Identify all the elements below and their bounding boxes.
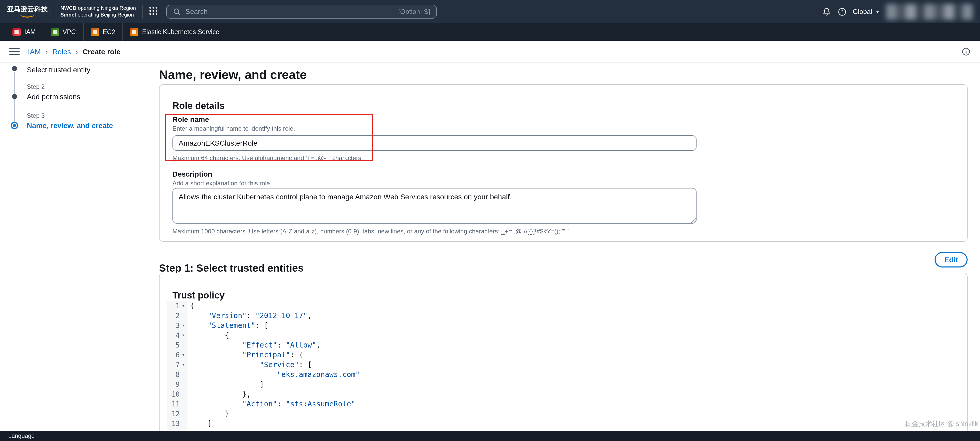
region-selector[interactable]: Global ▼ (853, 8, 880, 16)
description-textarea[interactable]: Allows the cluster Kubernetes control pl… (172, 188, 697, 224)
line-number: 2 (167, 311, 180, 321)
trust-policy-editor[interactable]: 1▾{2 "Version": "2012-10-17",3▾ "Stateme… (167, 301, 960, 441)
code-text: "Effect": "Allow", (187, 340, 321, 350)
role-details-title: Role details (172, 100, 224, 111)
breadcrumb: IAM›Roles›Create role (28, 47, 120, 56)
wizard-step-1[interactable]: Select trusted entity (27, 64, 151, 74)
fold-toggle-icon[interactable]: ▾ (180, 301, 187, 311)
trust-policy-card: Trust policy 1▾{2 "Version": "2012-10-17… (159, 273, 967, 441)
code-line-12: 12 } (167, 409, 960, 419)
fold-toggle-icon[interactable]: ▾ (180, 360, 187, 370)
svg-text:?: ? (841, 9, 843, 14)
eks-service-icon (130, 28, 138, 36)
logo-swoosh-icon (20, 13, 35, 18)
wizard-step-3[interactable]: Step 3Name, review, and create (27, 111, 151, 130)
description-label: Description (172, 169, 212, 179)
favorite-iam[interactable]: IAM (5, 23, 43, 41)
vpc-service-icon (51, 28, 59, 36)
fold-spacer (180, 370, 187, 380)
aws-china-logo[interactable]: 亚马逊云科技 (7, 6, 48, 18)
region-selector-label: Global (853, 8, 872, 16)
step-title: Name, review, and create (27, 121, 151, 130)
line-number: 3 (167, 321, 180, 331)
role-name-constraint: Maximum 64 characters. Use alphanumeric … (172, 154, 363, 162)
code-line-7: 7▾ "Service": [ (167, 360, 960, 370)
line-number: 10 (167, 389, 180, 399)
code-text: "Version": "2012-10-17", (187, 311, 312, 321)
step-number-label: Step 3 (27, 111, 151, 120)
breadcrumb-separator: › (45, 47, 48, 56)
breadcrumb-roles[interactable]: Roles (52, 47, 71, 56)
favorite-elastic-kubernetes-service[interactable]: Elastic Kubernetes Service (123, 23, 227, 41)
line-number: 8 (167, 370, 180, 380)
code-line-1: 1▾{ (167, 301, 960, 311)
line-number: 11 (167, 399, 180, 409)
language-button[interactable]: Language (8, 433, 35, 439)
code-text: { (187, 301, 194, 311)
search-input[interactable]: Search [Option+S] (166, 5, 437, 19)
line-number: 1 (167, 301, 180, 311)
divider (142, 5, 143, 18)
region-line1-bold: NWCD (60, 5, 76, 11)
role-details-card: Role details Role name Enter a meaningfu… (159, 84, 967, 242)
favorite-ec2[interactable]: EC2 (83, 23, 123, 41)
code-line-2: 2 "Version": "2012-10-17", (167, 311, 960, 321)
wizard-step-2[interactable]: Step 2Add permissions (27, 83, 151, 101)
code-line-9: 9 ] (167, 380, 960, 389)
code-text: "Statement": [ (187, 321, 268, 331)
role-name-input[interactable] (172, 135, 697, 151)
code-text: ] (187, 419, 212, 428)
fold-toggle-icon[interactable]: ▾ (180, 321, 187, 331)
fold-spacer (180, 389, 187, 399)
textarea-resize-handle[interactable] (691, 218, 697, 223)
fold-spacer (180, 380, 187, 389)
line-number: 9 (167, 380, 180, 389)
line-number: 6 (167, 350, 180, 360)
code-text: } (187, 409, 229, 419)
completed-step-indicator (12, 66, 17, 71)
line-number: 7 (167, 360, 180, 370)
code-line-11: 11 "Action": "sts:AssumeRole" (167, 399, 960, 409)
region-operator-note: NWCD operating Ningxia Region Sinnet ope… (60, 5, 136, 18)
region-line1: operating Ningxia Region (76, 5, 136, 11)
favorite-vpc[interactable]: VPC (43, 23, 83, 41)
fold-toggle-icon[interactable]: ▾ (180, 350, 187, 360)
line-number: 12 (167, 409, 180, 419)
account-menu-redacted[interactable] (886, 4, 973, 19)
fold-spacer (180, 409, 187, 419)
fold-spacer (180, 419, 187, 428)
services-grid-icon[interactable] (149, 6, 158, 17)
aws-console-page: 亚马逊云科技 NWCD operating Ningxia Region Sin… (0, 0, 980, 441)
favorite-label: Elastic Kubernetes Service (142, 29, 220, 36)
line-number: 4 (167, 331, 180, 340)
code-text: "Principal": { (187, 350, 303, 360)
code-line-3: 3▾ "Statement": [ (167, 321, 960, 331)
notifications-bell-icon[interactable] (822, 7, 831, 16)
fold-spacer (180, 311, 187, 321)
breadcrumb-iam[interactable]: IAM (28, 47, 41, 56)
step-number-label: Step 2 (27, 83, 151, 91)
search-shortcut-hint: [Option+S] (398, 8, 430, 16)
top-navigation: 亚马逊云科技 NWCD operating Ningxia Region Sin… (0, 0, 980, 23)
watermark-text: 掘金技术社区 @ shinklik (905, 419, 978, 428)
description-constraint: Maximum 1000 characters. Use letters (A-… (172, 227, 569, 236)
info-panel-icon[interactable] (961, 47, 971, 56)
fold-spacer (180, 340, 187, 350)
role-name-label: Role name (172, 115, 209, 124)
breadcrumb-separator: › (76, 47, 78, 56)
region-line2-bold: Sinnet (60, 12, 76, 17)
completed-step-indicator (12, 94, 17, 99)
code-line-5: 5 "Effect": "Allow", (167, 340, 960, 350)
code-text: "Service": [ (187, 360, 312, 370)
hamburger-menu-icon[interactable] (9, 47, 20, 56)
line-number: 5 (167, 340, 180, 350)
ec2-service-icon (91, 28, 99, 36)
breadcrumb-create-role: Create role (83, 47, 120, 56)
divider (54, 5, 54, 18)
help-icon[interactable]: ? (837, 7, 846, 16)
fold-toggle-icon[interactable]: ▾ (180, 331, 187, 340)
edit-button[interactable]: Edit (935, 252, 967, 267)
code-text: ] (187, 380, 264, 389)
step-title: Add permissions (27, 92, 151, 101)
breadcrumb-bar: IAM›Roles›Create role (0, 41, 980, 62)
